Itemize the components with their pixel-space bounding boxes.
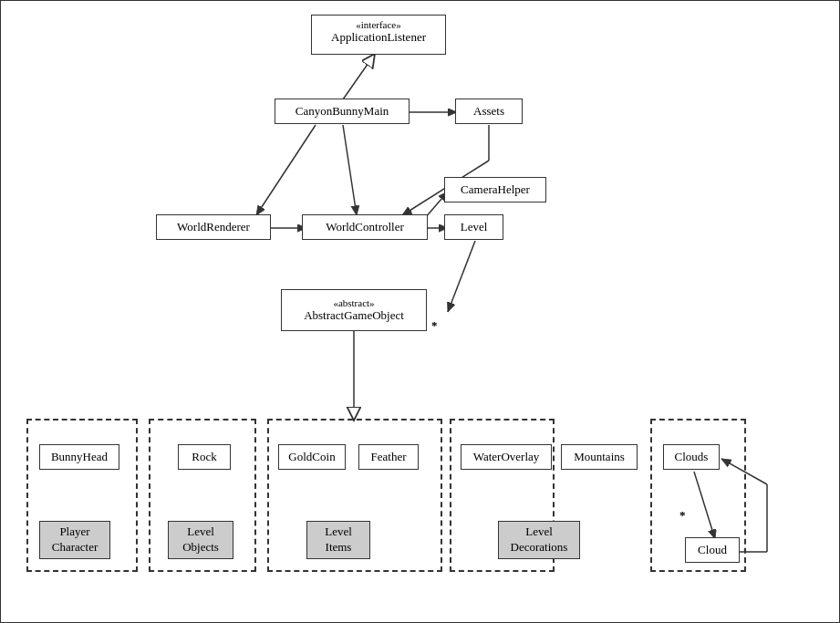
application-listener-box: «interface» ApplicationListener xyxy=(311,15,446,55)
abstract-game-object-stereotype: «abstract» xyxy=(333,297,374,308)
world-controller-box: WorldController xyxy=(302,214,428,240)
world-renderer-label: WorldRenderer xyxy=(177,220,250,234)
level-objects-label-box: LevelObjects xyxy=(168,521,233,559)
star-clouds-cloud: * xyxy=(679,508,686,523)
svg-line-0 xyxy=(343,54,375,99)
feather-label: Feather xyxy=(371,450,407,464)
clouds-label: Clouds xyxy=(675,450,709,464)
cloud-box: Cloud xyxy=(685,537,740,563)
water-overlay-box: WaterOverlay xyxy=(461,444,552,470)
assets-label: Assets xyxy=(473,104,504,119)
water-overlay-label: WaterOverlay xyxy=(473,450,540,464)
abstract-game-object-box: «abstract» AbstractGameObject xyxy=(281,289,427,331)
level-decorations-label: LevelDecorations xyxy=(511,524,568,556)
canyon-bunny-main-label: CanyonBunnyMain xyxy=(296,104,389,119)
world-renderer-box: WorldRenderer xyxy=(156,214,271,240)
camera-helper-box: CameraHelper xyxy=(444,177,546,202)
svg-line-9 xyxy=(448,241,475,312)
mountains-box: Mountains xyxy=(561,444,638,470)
gold-coin-box: GoldCoin xyxy=(278,444,346,470)
level-items-label: LevelItems xyxy=(325,524,352,556)
world-controller-label: WorldController xyxy=(326,220,404,234)
gold-coin-label: GoldCoin xyxy=(288,450,335,464)
canyon-bunny-main-box: CanyonBunnyMain xyxy=(275,99,410,124)
mountains-label: Mountains xyxy=(574,450,625,464)
bunny-head-label: BunnyHead xyxy=(51,450,108,464)
star-level-abstract: * xyxy=(431,318,438,333)
application-listener-label: ApplicationListener xyxy=(319,30,438,45)
rock-box: Rock xyxy=(178,444,231,470)
svg-line-4 xyxy=(256,125,316,215)
level-items-label-box: LevelItems xyxy=(306,521,370,559)
abstract-game-object-label: AbstractGameObject xyxy=(304,308,404,323)
uml-diagram: «interface» ApplicationListener CanyonBu… xyxy=(0,0,840,623)
player-character-label: PlayerCharacter xyxy=(52,524,99,556)
bunny-head-box: BunnyHead xyxy=(39,444,119,470)
application-listener-stereotype: «interface» xyxy=(319,19,438,30)
level-objects-label: LevelObjects xyxy=(182,524,219,556)
assets-box: Assets xyxy=(455,99,523,124)
rock-label: Rock xyxy=(192,450,216,464)
camera-helper-label: CameraHelper xyxy=(461,182,530,197)
player-character-label-box: PlayerCharacter xyxy=(39,521,110,559)
level-decorations-label-box: LevelDecorations xyxy=(498,521,580,559)
level-box: Level xyxy=(444,214,503,240)
feather-box: Feather xyxy=(358,444,419,470)
clouds-box: Clouds xyxy=(663,444,720,470)
level-label: Level xyxy=(461,220,488,234)
svg-line-5 xyxy=(343,125,357,215)
cloud-label: Cloud xyxy=(698,543,727,557)
